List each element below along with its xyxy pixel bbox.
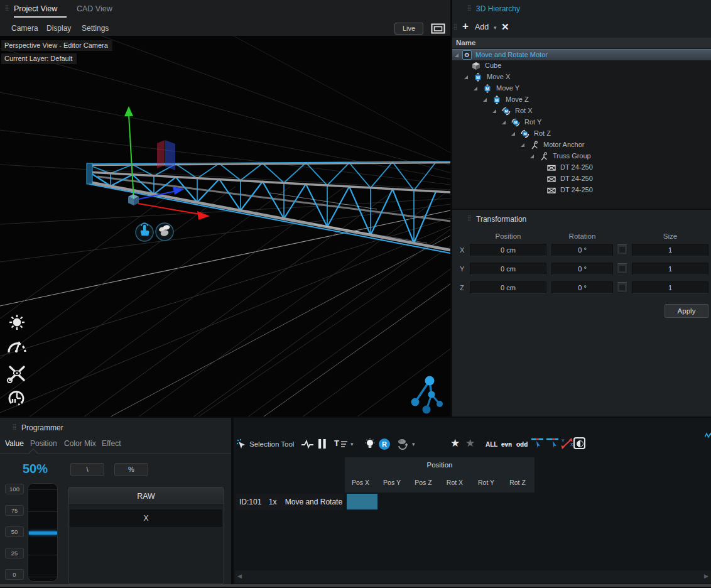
pause-icon[interactable]: [318, 438, 327, 449]
expander-icon[interactable]: [483, 98, 487, 102]
tab-project-view[interactable]: Project View: [14, 4, 57, 13]
drag-handle-icon[interactable]: ⣿: [453, 24, 457, 30]
tab-cad-view[interactable]: CAD View: [77, 4, 112, 13]
preset-75-button[interactable]: 75: [5, 505, 24, 516]
tree-row-truss-group[interactable]: Truss Group: [452, 151, 711, 162]
tab-color-mix[interactable]: Color Mix: [64, 439, 96, 448]
gizmo-arrow-y[interactable]: [124, 106, 133, 116]
tree-row-rot-z[interactable]: Rot Z: [452, 128, 711, 139]
expander-icon[interactable]: [474, 87, 477, 90]
apply-button[interactable]: Apply: [665, 304, 708, 318]
tree-row-truss-2[interactable]: DT 24-250: [452, 173, 711, 185]
selection-tool-label[interactable]: Selection Tool: [249, 440, 294, 448]
fullscreen-icon[interactable]: [431, 23, 445, 34]
selected-pos-x-cell[interactable]: [347, 494, 377, 509]
column-rot-x[interactable]: Rot X: [439, 479, 470, 486]
highlight-bulb-icon[interactable]: [364, 438, 376, 450]
tree-row-truss-3[interactable]: DT 24-250: [452, 185, 711, 196]
speed-gauge-icon[interactable]: [9, 342, 25, 352]
expander-icon[interactable]: [464, 75, 468, 79]
tree-row-rot-x[interactable]: Rot X: [452, 106, 711, 117]
fader-handle[interactable]: [29, 531, 58, 535]
invert-selection-icon[interactable]: [573, 437, 585, 449]
grab-mode-button[interactable]: [156, 223, 173, 241]
node-graph-object[interactable]: [411, 376, 443, 414]
chevron-down-icon[interactable]: ▾: [412, 441, 415, 447]
tools-visibility-icon[interactable]: [8, 367, 24, 383]
prev-fixture-icon[interactable]: [546, 437, 559, 450]
preset-0-button[interactable]: 0: [5, 569, 24, 580]
add-icon[interactable]: +: [462, 20, 469, 33]
gizmo-plane-blue[interactable]: [165, 140, 175, 170]
drag-handle-icon[interactable]: ⣿: [13, 424, 16, 430]
gizmo-origin-cube[interactable]: [128, 194, 139, 205]
rotation-z-checkbox[interactable]: [617, 282, 627, 293]
chevron-down-icon[interactable]: ▾: [350, 441, 354, 447]
viewport-3d[interactable]: Perspective View - Editor Camera Current…: [0, 36, 450, 416]
column-pos-y[interactable]: Pos Y: [376, 479, 408, 486]
drag-handle-icon[interactable]: ⣿: [5, 5, 9, 11]
preset-100-button[interactable]: 100: [5, 484, 24, 494]
column-rot-y[interactable]: Rot Y: [470, 479, 502, 486]
favorite-star-icon[interactable]: ★: [450, 437, 460, 450]
live-button[interactable]: Live: [394, 23, 423, 35]
tab-value[interactable]: Value: [5, 439, 24, 448]
tree-row-cube[interactable]: Cube: [452, 60, 711, 72]
column-pos-x[interactable]: Pos X: [345, 479, 376, 486]
size-y-field[interactable]: 1: [632, 263, 708, 275]
tree-row-move-y[interactable]: Move Y: [452, 83, 711, 94]
record-button[interactable]: R: [379, 438, 390, 450]
position-x-field[interactable]: 0 cm: [470, 244, 546, 256]
horizontal-scrollbar[interactable]: ◀ ▶: [235, 570, 711, 583]
chevron-down-icon[interactable]: ▾: [494, 24, 497, 31]
rotation-y-field[interactable]: 0 °: [551, 263, 613, 275]
scroll-right-icon[interactable]: ▶: [704, 573, 708, 579]
tab-position[interactable]: Position: [30, 439, 57, 448]
expander-icon[interactable]: [530, 155, 534, 158]
hierarchy-panel-title[interactable]: 3D Hierarchy: [476, 4, 520, 13]
text-sort-icon[interactable]: T: [334, 438, 339, 448]
menu-settings[interactable]: Settings: [82, 24, 109, 33]
gizmo-plane-red[interactable]: [157, 140, 165, 168]
tree-row-move-x[interactable]: Move X: [452, 72, 711, 83]
position-y-field[interactable]: 0 cm: [470, 263, 546, 275]
tree-row-truss-1[interactable]: DT 24-250: [452, 162, 711, 173]
drag-handle-icon[interactable]: ⣿: [467, 5, 471, 11]
fixture-row-header[interactable]: ID:101 1x Move and Rotate Mo: [236, 494, 343, 510]
tree-row-rot-y[interactable]: Rot Y: [452, 117, 711, 128]
preset-50-button[interactable]: 50: [5, 526, 24, 537]
sun-brightness-icon[interactable]: [9, 315, 24, 330]
clone-hand-icon[interactable]: [396, 438, 410, 450]
scroll-left-icon[interactable]: ◀: [237, 573, 242, 579]
panel-wave-icon[interactable]: [705, 432, 711, 439]
expander-icon[interactable]: [502, 121, 506, 124]
preset-25-button[interactable]: 25: [5, 548, 24, 558]
tree-row-move-and-rotate-motor[interactable]: ⚙ Move and Rotate Motor: [452, 49, 711, 60]
viewport-canvas[interactable]: [0, 36, 450, 416]
rotation-z-field[interactable]: 0 °: [551, 281, 613, 294]
timer-pause-icon[interactable]: [9, 391, 23, 405]
next-fixture-icon[interactable]: [531, 437, 544, 450]
raw-header-button[interactable]: RAW: [68, 487, 224, 505]
swap-xy-icon[interactable]: X Y: [561, 437, 573, 450]
value-fader[interactable]: [28, 483, 58, 582]
tree-row-motor-anchor[interactable]: Motor Anchor: [452, 139, 711, 151]
tree-row-move-z[interactable]: Move Z: [452, 94, 711, 106]
expander-icon[interactable]: [492, 109, 496, 113]
tab-effect[interactable]: Effect: [102, 439, 121, 448]
sheet-group-header[interactable]: Position: [345, 457, 535, 472]
drag-handle-icon[interactable]: ⣿: [467, 215, 471, 221]
column-pos-z[interactable]: Pos Z: [408, 479, 439, 486]
expander-icon[interactable]: [521, 143, 524, 147]
rotation-x-checkbox[interactable]: [617, 244, 627, 255]
backslash-button[interactable]: \: [70, 463, 104, 476]
delete-button[interactable]: ✕: [501, 21, 509, 33]
raw-x-row[interactable]: X: [70, 509, 222, 527]
expander-icon[interactable]: [511, 132, 515, 136]
size-z-field[interactable]: 1: [632, 281, 708, 294]
menu-display[interactable]: Display: [46, 24, 71, 33]
select-odd-button[interactable]: odd: [516, 441, 528, 448]
touch-mode-button[interactable]: [136, 223, 153, 241]
gizmo-axis-x[interactable]: [138, 204, 200, 214]
add-button[interactable]: Add: [475, 23, 489, 31]
